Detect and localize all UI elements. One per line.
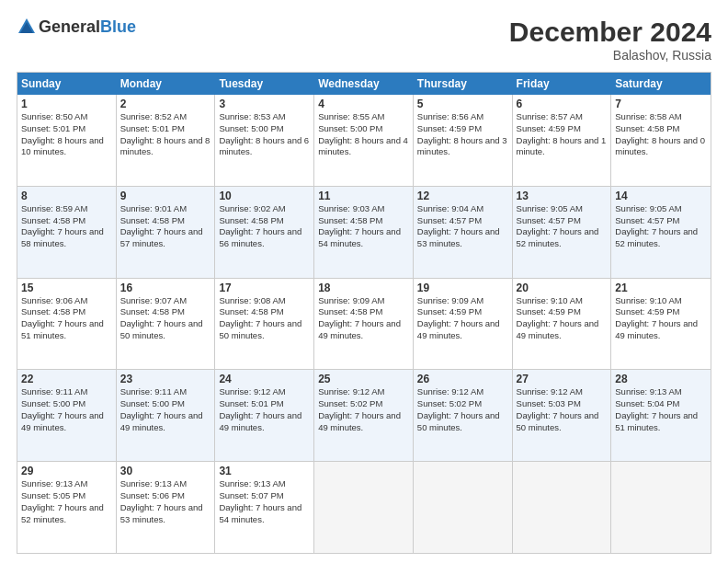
day-number: 22 [21, 373, 112, 385]
day-number: 17 [219, 282, 310, 294]
day-26: 26 Sunrise: 9:12 AMSunset: 5:02 PMDaylig… [414, 370, 513, 461]
sun-info: Sunrise: 9:04 AMSunset: 4:57 PMDaylight:… [417, 203, 500, 248]
day-25: 25 Sunrise: 9:12 AMSunset: 5:02 PMDaylig… [314, 370, 414, 461]
day-number: 2 [120, 98, 211, 110]
day-3: 3 Sunrise: 8:53 AMSunset: 5:00 PMDayligh… [215, 95, 314, 186]
sun-info: Sunrise: 9:13 AMSunset: 5:05 PMDaylight:… [21, 478, 104, 523]
sun-info: Sunrise: 8:57 AMSunset: 4:59 PMDaylight:… [517, 111, 607, 156]
week-row-3: 15 Sunrise: 9:06 AMSunset: 4:58 PMDaylig… [17, 279, 711, 371]
day-1: 1 Sunrise: 8:50 AMSunset: 5:01 PMDayligh… [17, 95, 117, 186]
sun-info: Sunrise: 9:03 AMSunset: 4:58 PMDaylight:… [318, 203, 401, 248]
logo: GeneralBlue [17, 17, 136, 37]
day-6: 6 Sunrise: 8:57 AMSunset: 4:59 PMDayligh… [513, 95, 612, 186]
day-15: 15 Sunrise: 9:06 AMSunset: 4:58 PMDaylig… [17, 279, 117, 370]
week-row-5: 29 Sunrise: 9:13 AMSunset: 5:05 PMDaylig… [17, 462, 711, 553]
sun-info: Sunrise: 9:10 AMSunset: 4:59 PMDaylight:… [517, 295, 599, 340]
day-19: 19 Sunrise: 9:09 AMSunset: 4:59 PMDaylig… [414, 279, 513, 370]
sun-info: Sunrise: 9:12 AMSunset: 5:01 PMDaylight:… [219, 386, 301, 431]
day-24: 24 Sunrise: 9:12 AMSunset: 5:01 PMDaylig… [215, 370, 314, 461]
header-saturday: Saturday [611, 73, 711, 95]
day-30: 30 Sunrise: 9:13 AMSunset: 5:06 PMDaylig… [117, 462, 216, 553]
week-row-4: 22 Sunrise: 9:11 AMSunset: 5:00 PMDaylig… [17, 370, 711, 462]
sun-info: Sunrise: 9:01 AMSunset: 4:58 PMDaylight:… [120, 203, 203, 248]
day-number: 29 [21, 465, 112, 477]
sun-info: Sunrise: 9:11 AMSunset: 5:00 PMDaylight:… [21, 386, 104, 431]
day-number: 14 [615, 190, 707, 202]
week-row-1: 1 Sunrise: 8:50 AMSunset: 5:01 PMDayligh… [17, 95, 711, 187]
day-number: 13 [517, 190, 608, 202]
header-sunday: Sunday [17, 73, 117, 95]
day-28: 28 Sunrise: 9:13 AMSunset: 5:04 PMDaylig… [611, 370, 711, 461]
day-10: 10 Sunrise: 9:02 AMSunset: 4:58 PMDaylig… [215, 187, 314, 278]
day-21: 21 Sunrise: 9:10 AMSunset: 4:59 PMDaylig… [611, 279, 711, 370]
sun-info: Sunrise: 9:11 AMSunset: 5:00 PMDaylight:… [120, 386, 203, 431]
day-number: 25 [318, 373, 409, 385]
day-number: 5 [417, 98, 508, 110]
month-title: December 2024 [509, 17, 711, 48]
sun-info: Sunrise: 8:50 AMSunset: 5:01 PMDaylight:… [21, 111, 104, 156]
sun-info: Sunrise: 9:10 AMSunset: 4:59 PMDaylight:… [615, 295, 698, 340]
day-11: 11 Sunrise: 9:03 AMSunset: 4:58 PMDaylig… [314, 187, 414, 278]
day-number: 10 [219, 190, 310, 202]
sun-info: Sunrise: 8:55 AMSunset: 5:00 PMDaylight:… [318, 111, 408, 156]
sun-info: Sunrise: 9:07 AMSunset: 4:58 PMDaylight:… [120, 295, 203, 340]
sun-info: Sunrise: 8:56 AMSunset: 4:59 PMDaylight:… [417, 111, 507, 156]
day-7: 7 Sunrise: 8:58 AMSunset: 4:58 PMDayligh… [611, 95, 711, 186]
day-27: 27 Sunrise: 9:12 AMSunset: 5:03 PMDaylig… [513, 370, 612, 461]
logo-icon [17, 17, 37, 37]
day-18: 18 Sunrise: 9:09 AMSunset: 4:58 PMDaylig… [314, 279, 414, 370]
sun-info: Sunrise: 9:09 AMSunset: 4:58 PMDaylight:… [318, 295, 401, 340]
header-wednesday: Wednesday [314, 73, 414, 95]
logo-blue: Blue [100, 17, 136, 37]
day-number: 19 [417, 282, 508, 294]
sun-info: Sunrise: 9:02 AMSunset: 4:58 PMDaylight:… [219, 203, 301, 248]
day-number: 9 [120, 190, 211, 202]
header-tuesday: Tuesday [215, 73, 314, 95]
week-row-2: 8 Sunrise: 8:59 AMSunset: 4:58 PMDayligh… [17, 187, 711, 279]
day-empty-2 [414, 462, 513, 553]
day-2: 2 Sunrise: 8:52 AMSunset: 5:01 PMDayligh… [117, 95, 216, 186]
day-12: 12 Sunrise: 9:04 AMSunset: 4:57 PMDaylig… [414, 187, 513, 278]
sun-info: Sunrise: 9:05 AMSunset: 4:57 PMDaylight:… [517, 203, 599, 248]
day-number: 6 [517, 98, 608, 110]
sun-info: Sunrise: 9:05 AMSunset: 4:57 PMDaylight:… [615, 203, 698, 248]
day-empty-1 [314, 462, 414, 553]
calendar-page: GeneralBlue December 2024 Balashov, Russ… [0, 0, 728, 563]
day-number: 23 [120, 373, 211, 385]
calendar-body: 1 Sunrise: 8:50 AMSunset: 5:01 PMDayligh… [17, 95, 711, 553]
day-5: 5 Sunrise: 8:56 AMSunset: 4:59 PMDayligh… [414, 95, 513, 186]
sun-info: Sunrise: 9:13 AMSunset: 5:04 PMDaylight:… [615, 386, 698, 431]
day-number: 28 [615, 373, 707, 385]
sun-info: Sunrise: 9:13 AMSunset: 5:06 PMDaylight:… [120, 478, 203, 523]
day-8: 8 Sunrise: 8:59 AMSunset: 4:58 PMDayligh… [17, 187, 117, 278]
day-number: 1 [21, 98, 112, 110]
day-empty-3 [513, 462, 612, 553]
day-14: 14 Sunrise: 9:05 AMSunset: 4:57 PMDaylig… [611, 187, 711, 278]
day-number: 26 [417, 373, 508, 385]
day-number: 18 [318, 282, 409, 294]
sun-info: Sunrise: 9:09 AMSunset: 4:59 PMDaylight:… [417, 295, 500, 340]
day-20: 20 Sunrise: 9:10 AMSunset: 4:59 PMDaylig… [513, 279, 612, 370]
sun-info: Sunrise: 9:06 AMSunset: 4:58 PMDaylight:… [21, 295, 104, 340]
day-22: 22 Sunrise: 9:11 AMSunset: 5:00 PMDaylig… [17, 370, 117, 461]
header-thursday: Thursday [414, 73, 513, 95]
day-17: 17 Sunrise: 9:08 AMSunset: 4:58 PMDaylig… [215, 279, 314, 370]
day-number: 3 [219, 98, 310, 110]
day-number: 15 [21, 282, 112, 294]
day-number: 30 [120, 465, 211, 477]
sun-info: Sunrise: 8:58 AMSunset: 4:58 PMDaylight:… [615, 111, 705, 156]
sun-info: Sunrise: 9:13 AMSunset: 5:07 PMDaylight:… [219, 478, 301, 523]
day-9: 9 Sunrise: 9:01 AMSunset: 4:58 PMDayligh… [117, 187, 216, 278]
day-number: 27 [517, 373, 608, 385]
day-4: 4 Sunrise: 8:55 AMSunset: 5:00 PMDayligh… [314, 95, 414, 186]
title-block: December 2024 Balashov, Russia [509, 17, 711, 63]
sun-info: Sunrise: 9:08 AMSunset: 4:58 PMDaylight:… [219, 295, 301, 340]
sun-info: Sunrise: 9:12 AMSunset: 5:03 PMDaylight:… [517, 386, 599, 431]
day-31: 31 Sunrise: 9:13 AMSunset: 5:07 PMDaylig… [215, 462, 314, 553]
calendar: Sunday Monday Tuesday Wednesday Thursday… [17, 72, 711, 554]
day-23: 23 Sunrise: 9:11 AMSunset: 5:00 PMDaylig… [117, 370, 216, 461]
day-number: 21 [615, 282, 707, 294]
day-number: 12 [417, 190, 508, 202]
day-number: 24 [219, 373, 310, 385]
day-number: 11 [318, 190, 409, 202]
